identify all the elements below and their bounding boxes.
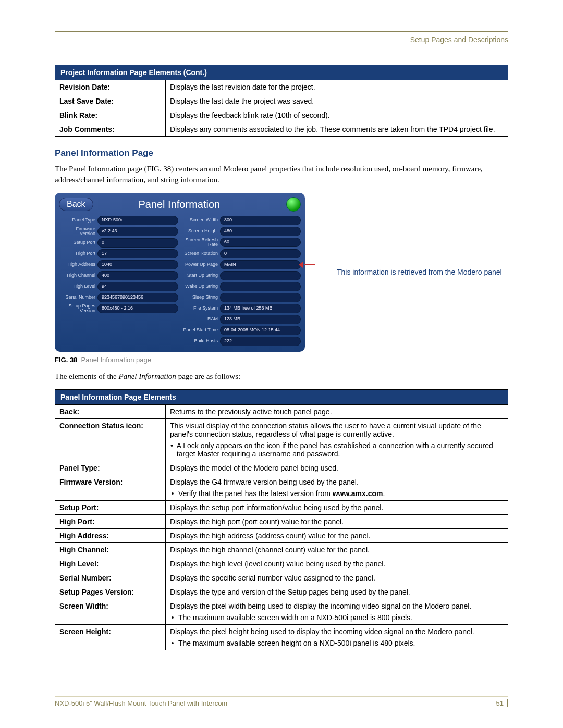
panel-field-label: File System [181,306,218,311]
panel-field: Serial Number9234567890123456 [59,293,178,302]
figure-38: Back Panel Information Panel TypeNXD-500… [55,193,508,352]
row-label: Connection Status icon: [55,418,166,461]
panel-field-value: 0 [97,238,178,248]
row-label: Back: [55,404,166,418]
row-label: High Address: [55,528,166,542]
panel-field: File System134 MB free of 256 MB [181,304,301,313]
elements-paragraph: The elements of the Panel Information pa… [55,371,508,382]
panel-title: Panel Information [72,199,286,211]
row-desc: Displays any comments associated to the … [166,122,508,137]
panel-field-value: NXD-500i [97,216,178,225]
table-row: High Level:Displays the high level (leve… [55,557,508,571]
panel-field: High Level94 [59,282,178,291]
row-label: High Level: [55,557,166,571]
panel-field-value: 480 [220,227,301,236]
row-desc: This visual display of the connection st… [166,418,508,461]
table-row: Connection Status icon:This visual displ… [55,418,508,461]
panel-field-value [220,282,301,291]
table-row: Revision Date:Displays the last revision… [55,80,508,94]
panel-field: Sleep String [181,293,301,302]
table-row: Screen Height:Displays the pixel height … [55,624,508,650]
panel-field: High Address1040 [59,260,178,269]
panel-field-value: 400 [97,271,178,280]
row-desc: Displays the pixel height being used to … [166,624,508,650]
row-label: High Port: [55,514,166,528]
panel-field: Setup Port0 [59,238,178,248]
row-desc: Displays the high level (level count) va… [166,557,508,571]
panel-field-value: 17 [97,249,178,258]
panel-field-value: 222 [220,337,301,346]
panel-field-value: 0 [220,249,301,258]
table2-header: Panel Information Page Elements [55,389,508,404]
row-label: Setup Port: [55,500,166,514]
row-desc: Displays the last revision date for the … [166,80,508,94]
panel-field-label: Build Hosts [181,339,218,343]
project-info-table: Project Information Page Elements (Cont.… [55,65,508,137]
row-desc: Displays the feedback blink rate (10th o… [166,108,508,122]
table-row: High Channel:Displays the high channel (… [55,542,508,557]
row-desc: Displays the setup port information/valu… [166,500,508,514]
row-label: Last Save Date: [55,94,166,108]
table-row: Last Save Date:Displays the last date th… [55,94,508,108]
panel-field-value [220,293,301,302]
panel-info-heading: Panel Information Page [55,148,508,158]
panel-field-label: Screen Width [181,218,218,223]
table1-header: Project Information Page Elements (Cont.… [55,65,508,80]
row-desc: Displays the high address (address count… [166,528,508,542]
panel-field-label: Power Up Page [181,262,218,267]
row-label: Serial Number: [55,571,166,585]
panel-field-label: Sleep String [181,295,218,300]
panel-info-elements-table: Panel Information Page Elements Back:Ret… [55,389,508,650]
row-label: Panel Type: [55,461,166,475]
panel-field: RAM128 MB [181,315,301,324]
panel-field-label: Screen Height [181,229,218,233]
panel-field: Screen Rotation0 [181,249,301,258]
row-label: Firmware Version: [55,475,166,500]
panel-field: Screen Height480 [181,227,301,236]
panel-field: Wake Up String [181,282,301,291]
panel-field-label: RAM [181,317,218,322]
panel-field: Screen Refresh Rate60 [181,238,301,248]
table-row: Firmware Version:Displays the G4 firmwar… [55,475,508,500]
panel-field: Build Hosts222 [181,337,301,346]
panel-info-paragraph: The Panel Information page (FIG. 38) cen… [55,164,508,186]
panel-field: Power Up PageMAIN [181,260,301,269]
panel-field-label: Panel Start Time [181,328,218,332]
panel-field-label: Setup Pages Version [59,304,95,314]
row-desc: Displays the type and version of the Set… [166,585,508,599]
panel-field-label: High Address [59,262,95,267]
row-desc: Displays the pixel width being used to d… [166,599,508,624]
panel-field-value: 9234567890123456 [97,293,178,302]
panel-field-label: Wake Up String [181,284,218,289]
panel-field-label: Panel Type [59,218,95,223]
table-row: High Address:Displays the high address (… [55,528,508,542]
table-row: Job Comments:Displays any comments assoc… [55,122,508,137]
footer-title: NXD-500i 5" Wall/Flush Mount Touch Panel… [55,699,227,707]
page-number: 51 [496,699,508,707]
row-label: Blink Rate: [55,108,166,122]
page-footer: NXD-500i 5" Wall/Flush Mount Touch Panel… [55,699,508,707]
panel-field: Firmware Versionv2.2.43 [59,227,178,237]
table-row: Panel Type:Displays the model of the Mod… [55,461,508,475]
table-row: Setup Port:Displays the setup port infor… [55,500,508,514]
panel-field: Setup Pages Version800x480 - 2.16 [59,304,178,314]
row-label: Revision Date: [55,80,166,94]
row-desc: Displays the high channel (channel count… [166,542,508,557]
row-desc: Displays the last date the project was s… [166,94,508,108]
row-desc: Displays the G4 firmware version being u… [166,475,508,500]
row-desc: Displays the high port (port count) valu… [166,514,508,528]
panel-field-value: 134 MB free of 256 MB [220,304,301,313]
panel-field-value: 128 MB [220,315,301,324]
panel-field-value: 800 [220,216,301,225]
panel-field-value [220,271,301,280]
table-row: Serial Number:Displays the specific seri… [55,571,508,585]
panel-field-label: Screen Refresh Rate [181,238,218,248]
panel-field-value: 94 [97,282,178,291]
panel-field-value: 60 [220,238,301,247]
connection-status-icon [286,197,301,212]
panel-field-label: Setup Port [59,240,95,245]
panel-field-label: High Level [59,284,95,289]
arrow-icon [299,262,315,268]
row-label: Setup Pages Version: [55,585,166,599]
panel-field: High Port17 [59,249,178,258]
